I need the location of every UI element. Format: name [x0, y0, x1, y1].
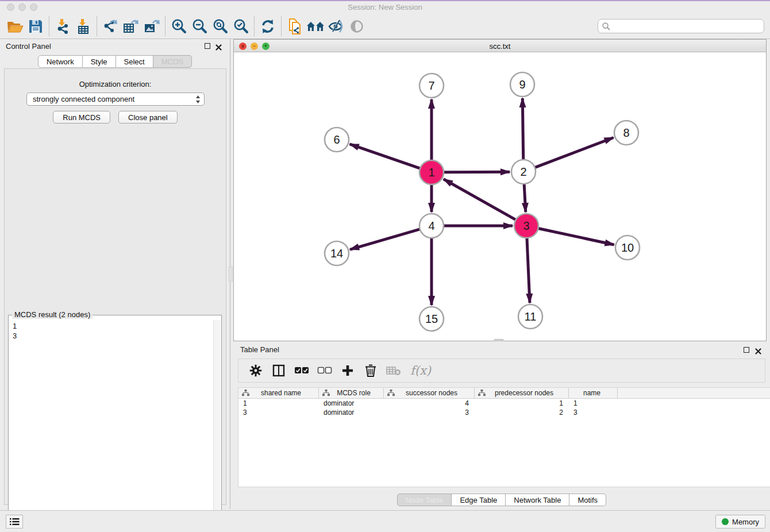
- delete-column-button[interactable]: [361, 361, 380, 380]
- cell-predecessor-nodes[interactable]: 2: [475, 408, 569, 417]
- export-table-icon: [122, 18, 140, 34]
- network-window-titlebar: x − + scc.txt: [234, 40, 766, 52]
- zoom-fit-icon: [212, 18, 228, 34]
- cell-mcds-role[interactable]: dominator: [319, 399, 384, 407]
- table-row[interactable]: 3 dominator 3 2 3: [238, 408, 770, 417]
- export-network-button[interactable]: [100, 17, 121, 36]
- table-row[interactable]: 1 dominator 4 1 1: [238, 399, 770, 408]
- add-column-button[interactable]: [338, 361, 357, 380]
- plus-icon: [341, 364, 354, 377]
- close-table-panel-icon[interactable]: [755, 346, 761, 357]
- graph-edge-3-1[interactable]: [444, 179, 516, 220]
- graph-node-label-14: 14: [330, 247, 343, 260]
- save-session-button[interactable]: [25, 17, 46, 36]
- vertical-splitter-handle[interactable]: [229, 267, 233, 282]
- list-icon: [9, 518, 20, 526]
- graph-edge-2-8[interactable]: [535, 138, 614, 168]
- cell-mcds-role[interactable]: dominator: [319, 408, 384, 417]
- node-table[interactable]: shared name MCDS role successor nodes pr…: [238, 387, 770, 487]
- mcds-panel-body: Optimization criterion: strongly connect…: [4, 68, 226, 505]
- main-toolbar: [0, 14, 770, 39]
- refresh-button[interactable]: [257, 17, 278, 36]
- graph-node-label-1: 1: [428, 166, 434, 179]
- graph-edge-1-6[interactable]: [350, 144, 420, 168]
- function-builder-button-disabled[interactable]: f(x): [407, 361, 434, 380]
- gear-icon: [249, 364, 262, 377]
- zoom-selected-button[interactable]: [230, 17, 251, 36]
- float-table-panel-icon[interactable]: [744, 347, 749, 353]
- hide-style-button[interactable]: [326, 17, 346, 36]
- eye-button[interactable]: [346, 17, 367, 36]
- tab-network-table[interactable]: Network Table: [506, 494, 569, 506]
- tab-network[interactable]: Network: [38, 55, 83, 68]
- mcds-result-line: 1: [13, 321, 213, 331]
- column-header-predecessor-nodes[interactable]: predecessor nodes: [475, 388, 569, 398]
- graph-edge-3-10[interactable]: [538, 228, 614, 245]
- network-overview-button[interactable]: [305, 17, 326, 36]
- graph-edge-2-3[interactable]: [524, 184, 526, 212]
- column-header-successor-nodes[interactable]: successor nodes: [384, 388, 475, 398]
- graph-edge-3-11[interactable]: [527, 238, 530, 303]
- graph-edge-2-9[interactable]: [522, 98, 523, 160]
- cell-successor-nodes[interactable]: 4: [384, 399, 475, 407]
- export-table-button[interactable]: [121, 17, 141, 36]
- control-panel-header: Control Panel: [0, 39, 230, 54]
- columns-icon: [272, 364, 285, 377]
- criterion-dropdown[interactable]: strongly connected component: [26, 92, 205, 106]
- column-header-name[interactable]: name: [569, 388, 618, 398]
- tab-edge-table[interactable]: Edge Table: [452, 494, 506, 506]
- cell-successor-nodes[interactable]: 3: [384, 408, 475, 417]
- mcds-result-text[interactable]: 1 3: [9, 320, 213, 532]
- zoom-in-button[interactable]: [168, 17, 189, 36]
- tab-style[interactable]: Style: [83, 55, 116, 68]
- float-panel-icon[interactable]: [205, 43, 210, 49]
- control-panel: Control Panel Network Style Select MCDS …: [0, 39, 230, 509]
- column-layout-button[interactable]: [270, 361, 288, 380]
- close-panel-icon[interactable]: [215, 43, 222, 53]
- deselect-all-columns-button[interactable]: [315, 361, 334, 380]
- run-mcds-button[interactable]: Run MCDS: [53, 111, 110, 124]
- cell-predecessor-nodes[interactable]: 1: [475, 399, 569, 407]
- duplicate-network-button[interactable]: [284, 17, 305, 36]
- table-settings-button[interactable]: [247, 361, 265, 380]
- optimization-criterion-label: Optimization criterion:: [5, 80, 226, 88]
- graph-edge-4-14[interactable]: [350, 229, 420, 249]
- zoom-fit-button[interactable]: [210, 17, 230, 36]
- graph-node-label-11: 11: [525, 310, 537, 323]
- graph-node-label-15: 15: [425, 313, 438, 325]
- delete-table-button-disabled[interactable]: [384, 361, 403, 380]
- open-folder-icon: [6, 19, 24, 34]
- cell-name[interactable]: 3: [569, 408, 618, 417]
- search-icon: [602, 22, 611, 31]
- column-header-mcds-role[interactable]: MCDS role: [319, 388, 384, 398]
- close-panel-button[interactable]: Close panel: [118, 111, 178, 124]
- cell-shared-name[interactable]: 3: [238, 408, 319, 417]
- application-window: Session: New Session: [0, 0, 770, 532]
- import-table-button[interactable]: [73, 17, 94, 36]
- criterion-dropdown-value: strongly connected component: [33, 95, 195, 103]
- search-field[interactable]: [598, 19, 764, 33]
- tab-motifs[interactable]: Motifs: [569, 494, 606, 506]
- import-network-button[interactable]: [52, 17, 73, 36]
- graph-edge-1-2[interactable]: [444, 172, 510, 172]
- column-header-shared-name[interactable]: shared name: [238, 388, 319, 398]
- select-all-columns-button[interactable]: [292, 361, 311, 380]
- network-graph[interactable]: 7968124314101511: [234, 52, 766, 341]
- export-image-button[interactable]: [141, 17, 162, 36]
- tab-node-table[interactable]: Node Table: [397, 494, 452, 506]
- network-resize-handle[interactable]: [494, 339, 503, 341]
- task-history-button[interactable]: [6, 515, 23, 529]
- tab-mcds[interactable]: MCDS: [153, 55, 192, 68]
- search-input[interactable]: [611, 21, 764, 32]
- cell-shared-name[interactable]: 1: [238, 399, 319, 407]
- graph-node-label-7: 7: [428, 79, 434, 92]
- network-view-window: x − + scc.txt 7968124314101511: [233, 39, 767, 341]
- result-scrollbar[interactable]: [213, 320, 221, 532]
- zoom-out-button[interactable]: [189, 17, 210, 36]
- open-session-button[interactable]: [5, 17, 25, 36]
- cell-name[interactable]: 1: [569, 399, 618, 407]
- tree-icon: [242, 390, 249, 396]
- tab-select[interactable]: Select: [116, 55, 153, 68]
- network-canvas[interactable]: 7968124314101511: [234, 52, 766, 341]
- memory-button[interactable]: Memory: [715, 515, 765, 529]
